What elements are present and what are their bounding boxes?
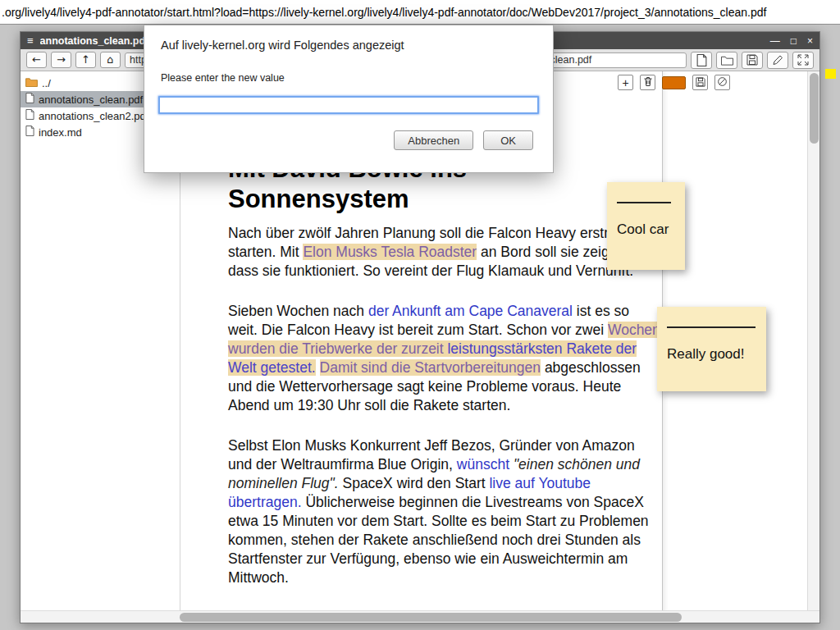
maximize-button[interactable]: □ xyxy=(791,36,797,46)
file-label: index.md xyxy=(39,126,82,139)
pdf-link[interactable]: wünscht xyxy=(457,456,509,472)
browser-url-bar[interactable]: .org/lively4/lively4-pdf-annotator/start… xyxy=(0,0,840,25)
pdf-highlight[interactable]: Elon Musks Tesla Roadster xyxy=(303,244,477,260)
file-label: ../ xyxy=(42,77,51,89)
add-annotation-button[interactable]: + xyxy=(618,75,633,90)
trash-icon xyxy=(643,76,653,89)
folder-icon xyxy=(25,77,38,89)
pdf-text-segment: SpaceX wird den Start xyxy=(339,475,490,491)
vertical-scrollbar-thumb[interactable] xyxy=(810,73,819,144)
forward-button[interactable]: → xyxy=(51,52,71,68)
file-label: annotations_clean.pdf xyxy=(39,94,143,106)
pdf-text-segment: Sieben Wochen nach xyxy=(228,303,368,319)
cancel-button[interactable]: Abbrechen xyxy=(394,130,473,150)
new-file-icon xyxy=(696,54,707,66)
file-icon xyxy=(25,93,34,106)
folder-icon xyxy=(721,55,733,66)
file-icon xyxy=(25,126,34,139)
save-button[interactable] xyxy=(742,52,763,69)
dialog-message: Please enter the new value xyxy=(161,72,536,84)
menu-icon[interactable]: ≡ xyxy=(27,34,34,47)
open-folder-button[interactable] xyxy=(716,52,737,69)
save-annotations-button[interactable] xyxy=(692,75,708,90)
pdf-link[interactable]: der Ankunft am Cape Canaveral xyxy=(368,303,573,319)
browser-url-text: .org/lively4/lively4-pdf-annotator/start… xyxy=(0,6,766,19)
pdf-paragraphs: Nach über zwölf Jahren Planung soll die … xyxy=(228,224,661,587)
file-label: annotations_clean2.pdf xyxy=(39,110,148,122)
dialog-title: Auf lively-kernel.org wird Folgendes ang… xyxy=(161,39,536,52)
screen: .org/lively4/lively4-pdf-annotator/start… xyxy=(0,0,840,630)
pdf-paragraph: Sieben Wochen nach der Ankunft am Cape C… xyxy=(228,302,661,415)
sticky-note-really-good[interactable]: Really good! xyxy=(657,307,766,391)
pdf-highlight[interactable]: Damit sind die Startvorbereitungen xyxy=(320,359,541,376)
vertical-scrollbar[interactable] xyxy=(807,71,819,610)
pdf-text: Mit David Bowie ins Sonnensystem Nach üb… xyxy=(228,153,661,609)
color-swatch-orange[interactable] xyxy=(662,76,686,89)
cancel-annotation-button[interactable] xyxy=(714,75,730,90)
save-icon xyxy=(696,77,705,89)
up-button[interactable]: ↑ xyxy=(75,52,96,68)
ok-button[interactable]: OK xyxy=(483,130,533,150)
minimize-button[interactable]: — xyxy=(770,36,780,46)
horizontal-scrollbar-thumb[interactable] xyxy=(180,613,682,622)
annotation-toolbar: + xyxy=(618,75,730,90)
sticky-note-cool-car[interactable]: Cool car xyxy=(607,182,685,270)
dialog-value-input[interactable] xyxy=(158,96,539,114)
fullscreen-icon xyxy=(797,54,809,66)
note-line xyxy=(667,326,756,328)
note-line xyxy=(617,202,671,203)
back-button[interactable]: ← xyxy=(26,52,47,68)
save-icon xyxy=(746,54,758,66)
pdf-text-segment xyxy=(316,359,320,376)
fullscreen-button[interactable] xyxy=(792,52,814,69)
edit-button[interactable] xyxy=(767,52,788,69)
delete-annotation-button[interactable] xyxy=(640,75,655,90)
prompt-dialog: Auf lively-kernel.org wird Folgendes ang… xyxy=(144,25,554,173)
pdf-paragraph: Selbst Elon Musks Konkurrent Jeff Bezos,… xyxy=(228,436,661,587)
new-file-button[interactable] xyxy=(691,52,712,69)
pdf-paragraph: Nach über zwölf Jahren Planung soll die … xyxy=(228,224,661,281)
close-button[interactable]: × xyxy=(807,36,813,46)
note-text: Cool car xyxy=(617,221,675,238)
yellow-marker xyxy=(825,69,836,79)
edit-pencil-icon xyxy=(772,54,783,66)
window-title: annotations_clean.pdf xyxy=(40,35,149,47)
block-icon xyxy=(717,76,728,89)
window-controls: — □ × xyxy=(770,36,813,46)
dialog-buttons: Abbrechen OK xyxy=(161,130,536,150)
horizontal-scrollbar[interactable] xyxy=(21,610,819,623)
note-text: Really good! xyxy=(667,346,756,363)
file-icon xyxy=(25,109,34,122)
home-button[interactable]: ⌂ xyxy=(100,52,121,68)
